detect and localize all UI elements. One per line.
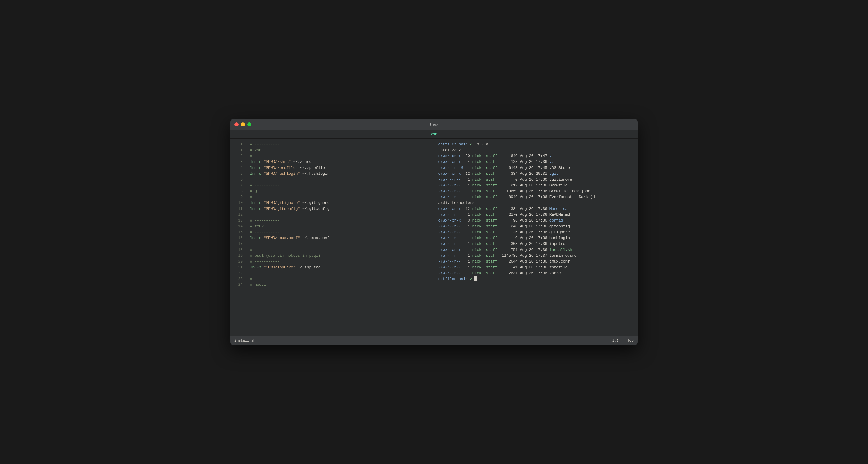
line-6: 6 — [235, 177, 430, 183]
terminal-body: 1 # ----------- 1 # zsh 2 # ----------- … — [230, 139, 638, 336]
line-20: 20 # ----------- — [235, 259, 430, 265]
line-19: 19 # psql (use vim hokeys in psql) — [235, 253, 430, 259]
terminal-window: tmux zsh 1 # ----------- 1 # zsh 2 # ---… — [230, 119, 638, 345]
line-11: 11 ln -s "$PWD/gitconfig" ~/.gitconfig — [235, 206, 430, 212]
line-7: 7 # ----------- — [235, 183, 430, 188]
line-24: 24 # neovim — [235, 282, 430, 288]
file-row-zshrc: -rw-r--r-- 1 nick staff 2631 Aug 26 17:3… — [438, 270, 634, 276]
line-14: 14 # tmux — [235, 224, 430, 229]
file-row-hushlogin: -rw-r--r-- 1 nick staff 0 Aug 26 17:36 h… — [438, 235, 634, 241]
line-1a: 1 # ----------- — [235, 141, 430, 147]
file-row-brewfile: -rw-r--r-- 1 nick staff 212 Aug 26 17:36… — [438, 183, 634, 188]
terminal-cursor — [474, 276, 477, 281]
file-row-everforest: -rw-r--r-- 1 nick staff 8949 Aug 26 17:3… — [438, 194, 634, 200]
line-18: 18 # ----------- — [235, 247, 430, 253]
status-right: 1,1 Top — [612, 339, 633, 343]
tab-zsh[interactable]: zsh — [426, 131, 442, 138]
file-row-dot: drwxr-xr-x 20 nick staff 640 Aug 26 17:4… — [438, 153, 634, 159]
line-17: 17 — [235, 241, 430, 247]
maximize-button[interactable] — [247, 122, 251, 127]
line-5: 5 ln -s "$PWD/hushlogin" ~/.hushlogin — [235, 171, 430, 177]
file-row-monolisa: drwxr-xr-x 12 nick staff 384 Aug 26 17:3… — [438, 206, 634, 212]
file-row-zprofile: -rw-r--r-- 1 nick staff 41 Aug 26 17:36 … — [438, 265, 634, 270]
line-16: 16 ln -s "$PWD/tmux.conf" ~/.tmux.conf — [235, 235, 430, 241]
close-button[interactable] — [235, 122, 239, 127]
line-9: 9 # ----------- — [235, 194, 430, 200]
left-pane[interactable]: 1 # ----------- 1 # zsh 2 # ----------- … — [230, 139, 434, 336]
right-pane[interactable]: dotfiles main ✔ ls -la total 2392 drwxr-… — [434, 139, 638, 336]
line-10: 10 ln -s "$PWD/gitignore" ~/.gitignore — [235, 200, 430, 206]
file-row-gitignore2: -rw-r--r-- 1 nick staff 25 Aug 26 17:36 … — [438, 229, 634, 235]
file-row-gitignore: -rw-r--r-- 1 nick staff 0 Aug 26 17:36 .… — [438, 177, 634, 183]
line-21: 21 ln -s "$PWD/inputrc" ~/.inputrc — [235, 265, 430, 270]
status-bar: install.sh 1,1 Top — [230, 336, 638, 345]
line-23: 23 # ----------- — [235, 276, 430, 282]
file-row-config: drwxr-xr-x 3 nick staff 96 Aug 26 17:36 … — [438, 218, 634, 224]
line-3: 3 ln -s "$PWD/zshrc" ~/.zshrc — [235, 159, 430, 165]
window-title: tmux — [429, 122, 438, 127]
line-13: 13 # ----------- — [235, 218, 430, 224]
file-row-dotdot: drwxr-xr-x 4 nick staff 128 Aug 26 17:36… — [438, 159, 634, 165]
status-filename: install.sh — [235, 339, 255, 343]
line-1b: 1 # zsh — [235, 147, 430, 153]
file-row-terminfo: -rw-r--r-- 1 nick staff 1145785 Aug 26 1… — [438, 253, 634, 259]
total-line: total 2392 — [438, 147, 634, 153]
file-row-git: drwxr-xr-x 12 nick staff 384 Aug 26 20:3… — [438, 171, 634, 177]
status-position: 1,1 — [612, 339, 619, 343]
prompt-cmd-line: dotfiles main ✔ ls -la — [438, 141, 634, 147]
traffic-lights — [235, 122, 251, 127]
line-15: 15 # ----------- — [235, 229, 430, 235]
file-row-everforest-cont: ard).itermcolors — [438, 200, 634, 206]
status-scroll: Top — [627, 339, 633, 343]
file-row-readme: -rw-r--r-- 1 nick staff 2170 Aug 26 17:3… — [438, 212, 634, 218]
final-prompt-line: dotfiles main ✔ — [438, 276, 634, 282]
line-8: 8 # git — [235, 188, 430, 194]
tab-bar: zsh — [230, 130, 638, 139]
line-12: 12 — [235, 212, 430, 218]
line-22: 22 — [235, 270, 430, 276]
file-row-inputrc: -rw-r--r-- 1 nick staff 303 Aug 26 17:36… — [438, 241, 634, 247]
line-4: 4 ln -s "$PWD/zprofile" ~/.zprofile — [235, 165, 430, 171]
title-bar: tmux — [230, 119, 638, 130]
minimize-button[interactable] — [241, 122, 245, 127]
file-row-tmux-conf: -rw-r--r-- 1 nick staff 2644 Aug 26 17:3… — [438, 259, 634, 265]
file-row-brewfile-lock: -rw-r--r-- 1 nick staff 19659 Aug 26 17:… — [438, 188, 634, 194]
file-row-install: -rwxr-xr-x 1 nick staff 751 Aug 26 17:36… — [438, 247, 634, 253]
file-row-ds-store: -rw-r--r--@ 1 nick staff 6148 Aug 26 17:… — [438, 165, 634, 171]
line-2: 2 # ----------- — [235, 153, 430, 159]
file-row-gitconfig: -rw-r--r-- 1 nick staff 248 Aug 26 17:36… — [438, 224, 634, 229]
